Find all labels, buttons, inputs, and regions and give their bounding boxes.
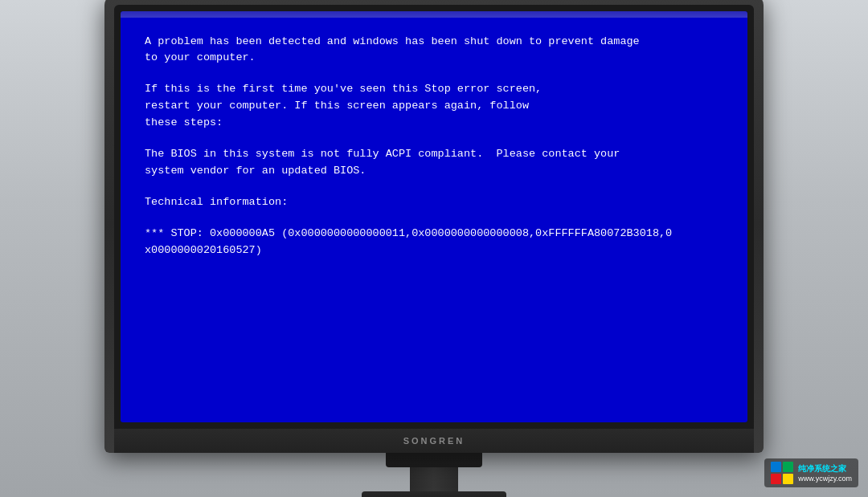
watermark-site-name: 纯净系统之家 — [798, 463, 852, 475]
bsod-line2: If this is the first time you've seen th… — [145, 81, 723, 132]
wm-icon-br — [783, 474, 793, 484]
monitor-stand-pole — [410, 467, 458, 491]
monitor-stand-top — [386, 453, 482, 467]
bsod-screen: A problem has been detected and windows … — [121, 11, 747, 422]
monitor-brand-label: SONGREN — [403, 436, 465, 446]
watermark-site-url: www.ycwjzy.com — [798, 475, 852, 483]
wm-icon-tr — [783, 462, 793, 472]
monitor-stand-base — [362, 491, 506, 498]
watermark-text-block: 纯净系统之家 www.ycwjzy.com — [798, 463, 852, 483]
bsod-line1: A problem has been detected and windows … — [145, 34, 723, 67]
monitor: A problem has been detected and windows … — [104, 0, 764, 453]
screen-glare — [121, 11, 747, 18]
bsod-line3: The BIOS in this system is not fully ACP… — [145, 146, 723, 180]
watermark-badge: 纯净系统之家 www.ycwjzy.com — [764, 458, 858, 487]
bsod-line4: Technical information: — [145, 194, 723, 211]
wm-icon-bl — [771, 474, 781, 484]
monitor-bottom-bezel: SONGREN — [114, 429, 754, 453]
bsod-line5: *** STOP: 0x000000A5 (0x0000000000000011… — [145, 226, 723, 259]
watermark-windows-icon — [771, 462, 793, 484]
wm-icon-tl — [771, 462, 781, 472]
monitor-bezel: A problem has been detected and windows … — [114, 5, 754, 429]
